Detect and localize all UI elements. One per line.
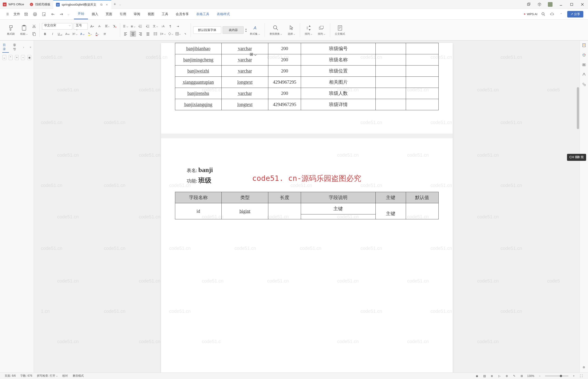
align-left-icon[interactable]	[122, 31, 129, 37]
zoom-out-icon[interactable]: −	[538, 374, 542, 378]
text-effect-icon[interactable]: A ⌵	[79, 31, 85, 37]
status-words[interactable]: 字数: 676	[20, 374, 32, 378]
cut-icon[interactable]	[31, 23, 37, 29]
data-table-2[interactable]: 字段名称 类型 长度 字段说明 主键 默认值 id bigint 主键 主键	[175, 192, 439, 219]
maximize-icon[interactable]	[568, 1, 575, 8]
split-icon[interactable]: ⧉	[100, 3, 103, 7]
print-icon[interactable]	[32, 11, 38, 17]
zoom-slider[interactable]	[545, 376, 568, 377]
select-button[interactable]: 选择 ⌵	[288, 24, 295, 36]
copy-icon[interactable]	[31, 31, 37, 37]
window-multi-icon[interactable]	[525, 1, 532, 8]
vertical-scrollbar[interactable]	[576, 41, 580, 372]
align-distribute-icon[interactable]	[152, 31, 158, 37]
preview-icon[interactable]	[41, 11, 47, 17]
sort-button[interactable]: 排列 ⌵	[318, 24, 325, 36]
status-web-icon[interactable]: ⊕	[505, 374, 509, 378]
close-tab-icon[interactable]: ×	[105, 3, 108, 6]
menu-tab-table-style[interactable]: 表格样式	[213, 9, 234, 19]
align-justify-icon[interactable]	[145, 31, 151, 37]
font-name-select[interactable]: 华文仿宋⌵	[42, 23, 72, 30]
bullet-list-icon[interactable]: ☰ ⌵	[122, 23, 129, 29]
zoom-value[interactable]: 130%	[527, 374, 534, 378]
sidebar-remove-icon[interactable]: −	[21, 55, 25, 60]
data-table-1[interactable]: banjibianhaovarchar200班级编号 banjimingchen…	[175, 43, 439, 110]
redo-icon[interactable]	[59, 11, 64, 17]
format-brush-button[interactable]: 格式刷	[7, 24, 15, 36]
menu-tab-view[interactable]: 视图	[144, 9, 158, 19]
status-layout2-icon[interactable]: ≣	[490, 374, 494, 378]
highlight-icon[interactable]: ✎ ⌵	[87, 31, 93, 37]
sidebar-up-icon[interactable]: ⌃	[9, 55, 13, 60]
sidebar-add-icon[interactable]: +	[15, 55, 19, 60]
style-scroll-up-icon[interactable]: ▴	[245, 28, 247, 30]
cloud-icon[interactable]	[550, 11, 555, 17]
shading-icon[interactable]: ⌵	[167, 31, 173, 37]
italic-icon[interactable]: I	[50, 31, 55, 37]
menu-tab-reference[interactable]: 引用	[116, 9, 130, 19]
table-content-style[interactable]: 表内容	[223, 26, 244, 34]
status-compat[interactable]: 兼容模式	[73, 374, 84, 378]
asian-layout-icon[interactable]: 文 ⌵	[152, 23, 158, 29]
para-dialog-icon[interactable]: ⬊	[182, 31, 188, 37]
style-set-button[interactable]: A 样式集 ⌵	[250, 24, 260, 36]
decrease-font-icon[interactable]: A-	[97, 23, 103, 29]
cube-icon[interactable]	[536, 1, 543, 8]
status-page[interactable]: 页面: 6/6	[5, 374, 16, 378]
share-button[interactable]: ↗ 分享	[567, 11, 583, 17]
menu-tab-page[interactable]: 页面	[102, 9, 116, 19]
increase-indent-icon[interactable]	[145, 23, 151, 29]
scrollbar-thumb[interactable]	[577, 87, 579, 129]
fullscreen-button[interactable]: 公文模式	[335, 24, 345, 36]
number-list-icon[interactable]: ≣ ⌵	[130, 23, 136, 29]
rs-new-icon[interactable]	[581, 42, 587, 48]
rs-settings-icon[interactable]: ⚙	[581, 364, 587, 370]
tab-template[interactable]: D 找稻壳模板	[27, 0, 53, 9]
sidebar-down-icon[interactable]: ⌄	[2, 55, 6, 60]
borders-icon[interactable]: ⌵	[175, 31, 181, 37]
decrease-indent-icon[interactable]	[137, 23, 144, 29]
rs-style-icon[interactable]	[581, 52, 587, 58]
wps-ai-button[interactable]: ✦WPS AI	[523, 12, 537, 16]
phonetic-icon[interactable]: 拼	[102, 31, 108, 37]
undo-icon[interactable]	[50, 11, 55, 17]
align-center-icon[interactable]	[130, 31, 136, 37]
minimize-icon[interactable]	[558, 1, 564, 8]
tab-menu-chevron[interactable]: ⌵	[119, 3, 121, 6]
menu-tab-insert[interactable]: 插入	[88, 9, 102, 19]
sort-text-icon[interactable]: ↕A	[160, 23, 166, 29]
collapse-ribbon-icon[interactable]: ⌃	[558, 11, 564, 17]
sidebar-expand-icon[interactable]: ›	[23, 46, 24, 49]
sidebar-close-icon[interactable]: ×	[30, 46, 31, 49]
tab-wps-office[interactable]: W WPS Office	[0, 0, 27, 9]
find-replace-button[interactable]: 查找替换 ⌵	[269, 24, 282, 36]
increase-font-icon[interactable]: A+	[89, 23, 95, 29]
status-pen-icon[interactable]: ✎	[512, 374, 516, 378]
sidebar-tab-toc[interactable]: 目录	[2, 42, 9, 53]
font-size-select[interactable]: 五号 ⌵	[74, 23, 88, 30]
arrange-button[interactable]: 排列 ⌵	[305, 24, 312, 36]
rs-assistant-icon[interactable]	[581, 72, 587, 77]
style-scroll-down-icon[interactable]: ▾	[245, 30, 247, 32]
status-play-icon[interactable]: ▷	[497, 374, 502, 378]
tab-document[interactable]: W springboot0q8e9数据库文 ⧉ ×	[53, 0, 111, 9]
tab-icon[interactable]: ⇥	[175, 23, 181, 29]
avatar-icon[interactable]	[547, 1, 554, 8]
add-tab-button[interactable]: +	[111, 2, 118, 7]
zoom-in-icon[interactable]: +	[572, 374, 576, 378]
status-fit-icon[interactable]: ⛶	[579, 374, 583, 378]
strikethrough-icon[interactable]: A ⌵	[64, 31, 70, 37]
qat-chevron-icon[interactable]: ⌵	[68, 13, 69, 16]
file-menu[interactable]: 文件	[14, 12, 20, 16]
document-area[interactable]: code51.cn code51.cn code51.cn code51.cn …	[34, 41, 580, 372]
menu-tab-table-tools[interactable]: 表格工具	[192, 9, 213, 19]
menu-tab-review[interactable]: 审阅	[130, 9, 144, 19]
close-window-icon[interactable]	[579, 1, 586, 8]
rs-limit-icon[interactable]: 限	[581, 62, 587, 68]
menu-tab-member[interactable]: 会员专享	[172, 9, 192, 19]
bold-icon[interactable]: B	[42, 31, 48, 37]
underline-icon[interactable]: U ⌵	[57, 31, 63, 37]
save-icon[interactable]	[23, 11, 29, 17]
status-proof[interactable]: 校对	[62, 374, 68, 378]
line-spacing-icon[interactable]: ‡≡ ⌵	[160, 31, 166, 37]
